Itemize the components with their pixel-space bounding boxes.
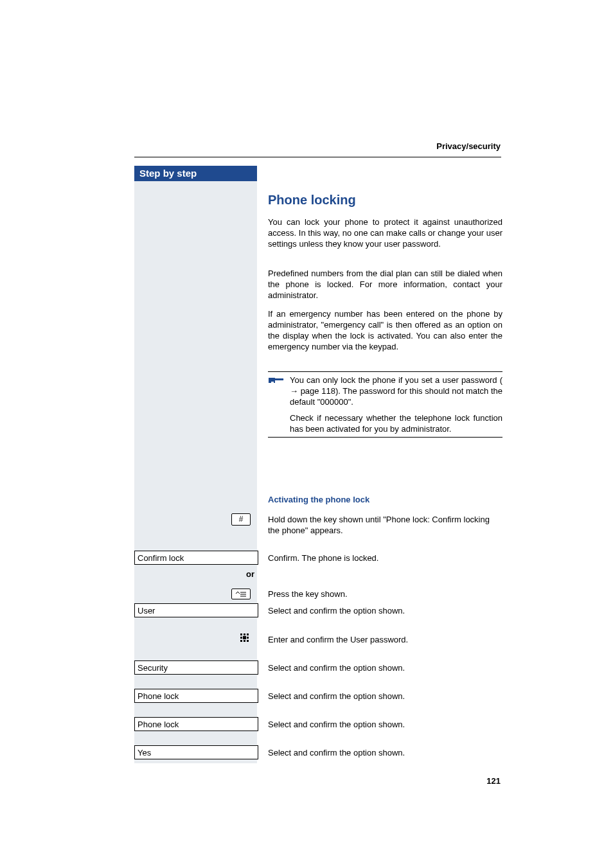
display-confirm-lock: Confirm lock [134,551,258,565]
svg-rect-3 [240,633,242,635]
hash-key-icon: # [231,513,251,526]
svg-rect-4 [244,633,245,635]
instr-press-key: Press the key shown. [268,589,502,599]
svg-rect-11 [243,636,246,639]
display-security: Security [134,660,258,675]
instr-select-phone-lock-2: Select and confirm the option shown. [268,719,502,730]
instr-select-security: Select and confirm the option shown. [268,662,502,673]
header-section-label: Privacy/security [436,141,501,151]
note-box: You can only lock the phone if you set a… [268,371,502,438]
header-rule [134,157,501,157]
pointing-hand-icon [268,376,285,385]
note-2-text: Check if necessary whether the telephone… [290,412,502,434]
subheading-activating: Activating the phone lock [268,495,369,504]
display-phone-lock-2: Phone lock [134,717,258,731]
svg-rect-8 [240,640,242,642]
svg-rect-5 [247,633,249,635]
svg-rect-7 [247,637,249,639]
display-user: User [134,603,258,617]
note-1b: page 118). The password for this should … [290,386,502,407]
paragraph-3: If an emergency number has been entered … [268,308,502,352]
keypad-icon [240,633,251,644]
instr-confirm: Confirm. The phone is locked. [268,553,502,563]
instr-enter-password: Enter and confirm the User password. [268,634,502,645]
instr-select-phone-lock-1: Select and confirm the option shown. [268,691,502,702]
or-label: or [134,569,257,579]
svg-rect-6 [240,637,242,639]
svg-rect-9 [244,640,245,642]
section-heading: Phone locking [268,193,356,208]
page: Privacy/security Step by step Phone lock… [0,0,613,868]
menu-key-icon [231,589,251,599]
display-yes: Yes [134,745,258,759]
paragraph-1: You can lock your phone to protect it ag… [268,217,502,249]
note-1-text: You can only lock the phone if you set a… [290,375,502,407]
page-number: 121 [486,776,501,786]
svg-rect-10 [247,640,249,642]
display-phone-lock-1: Phone lock [134,689,258,703]
instr-select-yes: Select and confirm the option shown. [268,747,502,758]
paragraph-2: Predefined numbers from the dial plan ca… [268,268,502,301]
note-1a: You can only lock the phone if you set a… [290,375,502,385]
xref-arrow-icon: → [290,385,298,396]
instr-hold-key: Hold down the key shown until "Phone loc… [268,514,502,536]
sidebar-title: Step by step [134,166,257,181]
instr-select-user: Select and confirm the option shown. [268,605,502,616]
note-rule-bottom [268,437,502,438]
sidebar-body [134,181,257,763]
